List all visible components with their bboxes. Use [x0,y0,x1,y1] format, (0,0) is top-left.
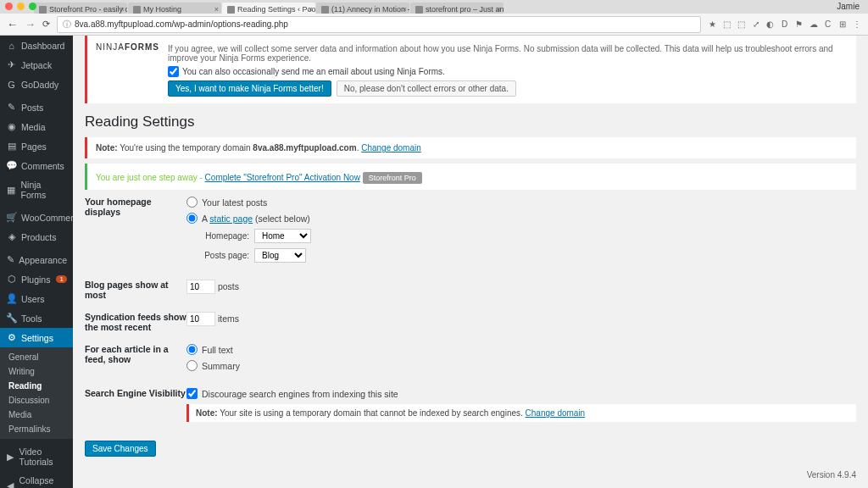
seo-visibility-label: Search Engine Visibility [85,388,186,398]
sidebar-item-jetpack[interactable]: ✈Jetpack [0,55,73,75]
sidebar-item-settings[interactable]: ⚙Settings [0,328,73,347]
latest-posts-radio[interactable] [186,197,198,208]
menu-label: Comments [21,161,64,171]
ninja-yes-button[interactable]: Yes, I want to make Ninja Forms better! [168,80,331,97]
maximize-window-icon[interactable] [29,3,36,10]
site-info-icon[interactable]: ⓘ [63,19,71,30]
seo-domain-note: Note: Your site is using a temporary dom… [186,404,856,422]
ninja-notice-text: If you agree, we will collect some serve… [168,44,848,63]
discourage-seo-checkbox[interactable] [186,388,198,399]
sidebar-item-appearance[interactable]: ✎Appearance [0,250,73,269]
forward-button[interactable]: → [25,18,36,30]
ext-icon[interactable]: ⊞ [837,19,847,29]
ninja-forms-logo: NINJAFORMS [96,42,159,52]
sidebar-item-users[interactable]: 👤Users [0,289,73,308]
ext-icon[interactable]: ⚑ [794,19,804,29]
favicon-icon [321,6,329,14]
tab-label: storefront pro – Just another [426,5,504,14]
submenu-item-discussion[interactable]: Discussion [0,393,73,408]
ext-icon[interactable]: ⬚ [722,19,732,29]
menu-label: Collapse menu [19,475,67,488]
submenu-item-writing[interactable]: Writing [0,364,73,379]
ext-icon[interactable]: C [823,19,832,29]
menu-icon: ◈ [6,231,17,242]
ninja-no-button[interactable]: No, please don't collect errors or other… [337,80,516,97]
sidebar-item-posts[interactable]: ✎Posts [0,97,73,117]
ninja-email-checkbox[interactable] [168,66,179,77]
sidebar-item-comments[interactable]: 💬Comments [0,156,73,175]
activate-storefront-link[interactable]: Complete "Storefront Pro" Activation Now [205,173,360,182]
sidebar-item-plugins[interactable]: ⬡Plugins1 [0,269,73,289]
blog-pages-input[interactable] [186,280,215,294]
syndication-suffix: items [218,313,239,324]
menu-label: Ninja Forms [21,180,67,200]
menu-icon: G [6,79,17,90]
seo-change-domain-link[interactable]: Change domain [526,408,586,418]
posts-page-select[interactable]: Blog [254,248,306,263]
menu-icon: ▶ [6,452,15,463]
ext-icon[interactable]: ⤢ [751,19,760,29]
address-bar: ← → ⟳ ⓘ 8va.a88.myftpupload.com/wp-admin… [0,14,868,36]
menu-label: Tools [21,313,42,324]
menu-icon: 🔧 [6,313,17,324]
menu-label: Appearance [19,255,67,265]
save-changes-button[interactable]: Save Changes [85,441,156,457]
sidebar-item-products[interactable]: ◈Products [0,227,73,247]
sidebar-item-ninja-forms[interactable]: ▦Ninja Forms [0,175,73,204]
ext-icon[interactable]: D [780,19,789,29]
submenu-item-permalinks[interactable]: Permalinks [0,422,73,436]
menu-icon: ▦ [6,185,17,196]
back-button[interactable]: ← [7,18,18,30]
temporary-domain-notice: Note: You're using the temporary domain … [85,137,856,158]
static-page-radio[interactable] [186,213,198,224]
menu-icon[interactable]: ⋮ [852,19,861,29]
sidebar-item-video-tutorials[interactable]: ▶Video Tutorials [0,442,73,471]
syndication-input[interactable] [186,312,215,326]
submenu-item-general[interactable]: General [0,350,73,364]
close-tab-icon[interactable]: × [497,5,501,14]
static-page-link[interactable]: static page [209,214,253,224]
change-domain-link[interactable]: Change domain [361,143,421,152]
menu-label: GoDaddy [21,80,58,90]
sidebar-item-collapse-menu[interactable]: ◀Collapse menu [0,471,73,488]
static-page-label: A static page (select below) [202,214,310,224]
ext-icon[interactable]: ★ [708,19,717,29]
minimize-window-icon[interactable] [17,3,25,10]
summary-radio[interactable] [186,360,198,371]
submenu-item-media[interactable]: Media [0,408,73,422]
feed-article-label: For each article in a feed, show [85,344,186,364]
close-tab-icon[interactable]: × [214,5,219,14]
tab-label: My Hosting [143,5,181,14]
storefront-pill[interactable]: Storefront Pro [363,172,422,184]
mac-user-label: Jamie [837,2,860,11]
reload-button[interactable]: ⟳ [42,19,50,30]
menu-label: Posts [21,103,43,113]
latest-posts-label: Your latest posts [202,197,267,208]
sidebar-item-dashboard[interactable]: ⌂Dashboard [0,36,73,55]
mac-traffic-lights [5,3,36,10]
menu-icon: ✈ [6,59,17,70]
close-tab-icon[interactable]: × [309,5,313,14]
homepage-select[interactable]: Home [254,229,311,243]
close-tab-icon[interactable]: × [120,5,125,14]
menu-label: Dashboard [21,41,64,51]
sidebar-item-media[interactable]: ◉Media [0,117,73,136]
full-text-radio[interactable] [186,344,198,355]
sidebar-item-pages[interactable]: ▤Pages [0,136,73,156]
submenu-item-reading[interactable]: Reading [0,379,73,393]
sidebar-item-godaddy[interactable]: GGoDaddy [0,75,73,94]
sidebar-item-tools[interactable]: 🔧Tools [0,308,73,328]
favicon-icon [39,6,47,14]
discourage-seo-label: Discourage search engines from indexing … [202,389,398,399]
menu-icon: 💬 [6,160,17,171]
ext-icon[interactable]: ☁ [809,19,818,29]
ext-icon[interactable]: ◐ [765,19,775,29]
sidebar-item-woocommerce[interactable]: 🛒WooCommerce [0,208,73,227]
close-tab-icon[interactable]: × [403,5,407,14]
menu-label: Media [21,122,46,132]
close-window-icon[interactable] [5,3,13,10]
ext-icon[interactable]: ⬚ [737,19,746,29]
menu-icon: ⚙ [6,332,17,343]
url-input[interactable]: ⓘ 8va.a88.myftpupload.com/wp-admin/optio… [57,16,701,33]
ninja-email-label: You can also occasionally send me an ema… [182,67,445,76]
